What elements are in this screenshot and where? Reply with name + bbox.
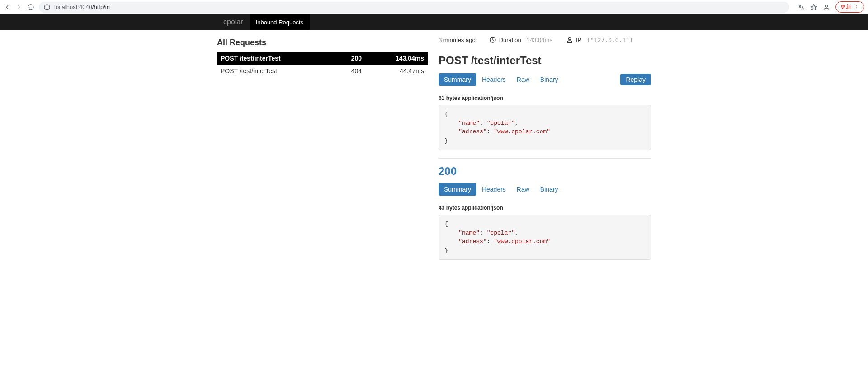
update-button[interactable]: 更新 bbox=[835, 1, 864, 13]
request-status: 200 bbox=[334, 52, 365, 65]
tab-summary[interactable]: Summary bbox=[439, 183, 476, 196]
request-status: 404 bbox=[334, 65, 365, 77]
table-row[interactable]: POST /test/interTest 404 44.47ms bbox=[217, 65, 428, 77]
clock-icon bbox=[489, 36, 496, 43]
svg-point-5 bbox=[856, 5, 857, 6]
tab-binary[interactable]: Binary bbox=[535, 73, 564, 86]
tab-summary[interactable]: Summary bbox=[439, 73, 476, 86]
meta-row: 3 minutes ago Duration 143.04ms IP ["127… bbox=[439, 36, 651, 43]
svg-point-9 bbox=[568, 38, 571, 40]
app-navbar: cpolar Inbound Requests bbox=[0, 14, 868, 30]
forward-icon[interactable] bbox=[15, 4, 23, 11]
reload-icon[interactable] bbox=[27, 4, 34, 11]
response-tabs: Summary Headers Raw Binary bbox=[439, 183, 564, 196]
request-line: POST /test/interTest bbox=[217, 65, 334, 77]
request-bytes-line: 61 bytes application/json bbox=[439, 95, 651, 101]
separator bbox=[439, 158, 651, 159]
user-icon bbox=[566, 36, 573, 43]
back-icon[interactable] bbox=[4, 4, 11, 11]
meta-duration: Duration 143.04ms bbox=[489, 36, 552, 43]
request-title: POST /test/interTest bbox=[439, 54, 651, 67]
tab-binary[interactable]: Binary bbox=[535, 183, 564, 196]
request-tabs: Summary Headers Raw Binary bbox=[439, 73, 564, 86]
update-label: 更新 bbox=[840, 3, 851, 11]
browser-right-controls: 更新 bbox=[797, 1, 864, 13]
menu-icon[interactable] bbox=[854, 4, 859, 11]
star-icon[interactable] bbox=[810, 4, 817, 11]
replay-button[interactable]: Replay bbox=[620, 74, 651, 85]
profile-icon[interactable] bbox=[823, 4, 830, 11]
svg-point-4 bbox=[825, 5, 827, 7]
request-time: 44.47ms bbox=[365, 65, 428, 77]
request-line: POST /test/interTest bbox=[217, 52, 334, 65]
request-body: { "name": "cpolar", "adress": "www.cpola… bbox=[439, 105, 651, 150]
tab-raw[interactable]: Raw bbox=[511, 183, 535, 196]
all-requests-title: All Requests bbox=[217, 38, 428, 47]
svg-point-6 bbox=[856, 7, 857, 8]
tab-raw[interactable]: Raw bbox=[511, 73, 535, 86]
tab-inbound-requests[interactable]: Inbound Requests bbox=[250, 14, 310, 30]
url-text: localhost:4040/http/in bbox=[54, 4, 110, 10]
svg-point-7 bbox=[856, 8, 857, 9]
requests-table: POST /test/interTest 200 143.04ms POST /… bbox=[217, 52, 428, 77]
meta-age: 3 minutes ago bbox=[439, 37, 476, 43]
browser-toolbar: localhost:4040/http/in 更新 bbox=[0, 0, 868, 14]
table-row[interactable]: POST /test/interTest 200 143.04ms bbox=[217, 52, 428, 65]
meta-ip: IP ["127.0.0.1"] bbox=[566, 36, 633, 43]
svg-marker-3 bbox=[811, 4, 816, 10]
url-bar[interactable]: localhost:4040/http/in bbox=[39, 2, 789, 13]
site-info-icon[interactable] bbox=[43, 4, 51, 11]
brand[interactable]: cpolar bbox=[217, 14, 250, 30]
tab-headers[interactable]: Headers bbox=[476, 183, 511, 196]
response-status-code: 200 bbox=[439, 165, 651, 178]
tab-headers[interactable]: Headers bbox=[476, 73, 511, 86]
response-body: { "name": "cpolar", "adress": "www.cpola… bbox=[439, 215, 651, 260]
request-time: 143.04ms bbox=[365, 52, 428, 65]
translate-icon[interactable] bbox=[797, 4, 805, 11]
response-bytes-line: 43 bytes application/json bbox=[439, 205, 651, 211]
